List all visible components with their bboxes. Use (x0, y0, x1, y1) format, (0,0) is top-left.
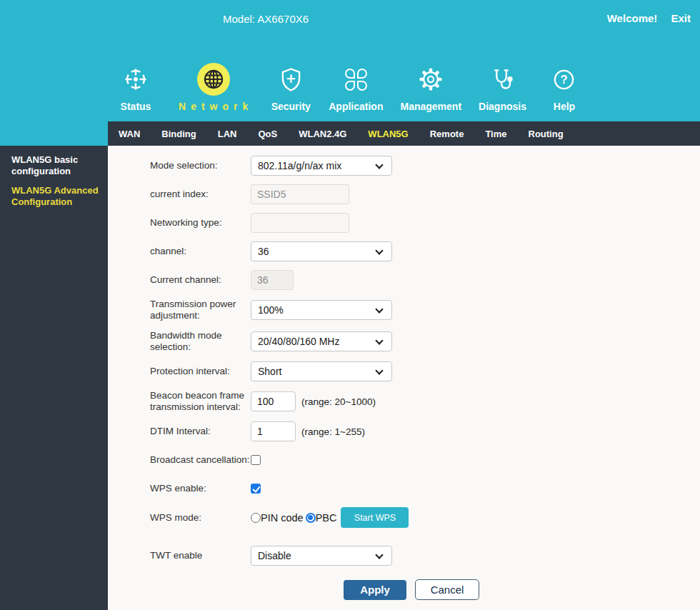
bandwidth-mode-select[interactable]: 20/40/80/160 MHz (251, 331, 392, 351)
current-index-label: current index: (150, 189, 251, 200)
nav-label-application: Application (329, 101, 383, 112)
nav-item-management[interactable]: Management (400, 61, 461, 112)
wlan5g-advanced-form: Mode selection: 802.11a/g/n/ax mix curre… (108, 146, 700, 610)
svg-text:?: ? (561, 73, 568, 86)
row-current-index: current index: (108, 184, 700, 204)
row-beacon-interval: Beacon beacon frame transmission interva… (108, 390, 700, 413)
row-bandwidth-mode: Bandwidth mode selection: 20/40/80/160 M… (108, 330, 700, 353)
row-current-channel: Current channel: (108, 270, 700, 290)
sidebar-item-wlan5g-advanced[interactable]: WLAN5G Advanced Configuration (11, 185, 99, 208)
security-shield-icon (280, 61, 302, 97)
row-wps-mode: WPS mode: PIN code PBC Start WPS (108, 507, 700, 528)
channel-select[interactable]: 36 (251, 241, 392, 261)
diagnosis-stethoscope-icon (490, 61, 515, 97)
wps-pin-code-radio-label[interactable]: PIN code (261, 512, 304, 524)
exit-link[interactable]: Exit (671, 12, 691, 24)
nav-label-management: Management (400, 101, 461, 112)
dtim-interval-label: DTIM Interval: (150, 426, 251, 437)
nav-item-application[interactable]: Application (329, 61, 383, 112)
row-networking-type: Networking type: (108, 213, 700, 233)
networking-type-label: Networking type: (150, 217, 251, 229)
twt-enable-label: TWT enable (150, 550, 251, 561)
row-transmission-power: Transmission power adjustment: 100% (108, 299, 700, 321)
nav-item-diagnosis[interactable]: Diagnosis (479, 61, 526, 112)
transmission-power-label: Transmission power adjustment: (150, 299, 251, 321)
row-dtim-interval: DTIM Interval: (range: 1~255) (108, 421, 700, 441)
wps-mode-label: WPS mode: (150, 512, 251, 524)
current-channel-label: Current channel: (150, 274, 251, 286)
management-gear-icon (419, 61, 443, 97)
row-broadcast-cancellation: Broadcast cancellation: (108, 450, 700, 470)
sidebar-item-wlan5g-basic[interactable]: WLAN5G basic configuration (11, 154, 99, 177)
start-wps-button[interactable]: Start WPS (341, 507, 409, 528)
wps-enable-label: WPS enable: (150, 483, 251, 494)
title-bar: Model: AX6670X6 Welcome! Exit (0, 0, 700, 39)
main-icon-nav: Status Network (0, 61, 700, 112)
row-twt-enable: TWT enable Disable (108, 546, 700, 566)
broadcast-cancellation-checkbox[interactable] (251, 455, 261, 465)
nav-label-security: Security (271, 101, 311, 112)
tab-routing[interactable]: Routing (529, 129, 564, 139)
tab-qos[interactable]: QoS (258, 129, 277, 139)
tab-lan[interactable]: LAN (218, 129, 237, 139)
row-channel: channel: 36 (108, 241, 700, 261)
nav-label-network: Network (174, 101, 253, 112)
network-tab-bar: WAN Binding LAN QoS WLAN2.4G WLAN5G Remo… (108, 121, 700, 146)
channel-label: channel: (150, 246, 251, 257)
wps-enable-checkbox[interactable] (251, 484, 261, 494)
application-clover-icon (345, 61, 367, 97)
networking-type-field (251, 213, 349, 233)
session-area: Welcome! Exit (607, 12, 691, 24)
nav-item-status[interactable]: Status (115, 61, 156, 112)
protection-interval-label: Protection interval: (150, 366, 251, 377)
tab-wlan5g[interactable]: WLAN5G (368, 129, 408, 139)
dtim-interval-range-hint: (range: 1~255) (301, 426, 365, 437)
row-wps-enable: WPS enable: (108, 479, 700, 499)
network-globe-icon (197, 61, 230, 97)
mode-selection-select[interactable]: 802.11a/g/n/ax mix (251, 156, 392, 176)
nav-label-status: Status (121, 101, 151, 112)
dtim-interval-input[interactable] (251, 421, 296, 441)
row-protection-interval: Protection interval: Short (108, 361, 700, 381)
nav-item-network[interactable]: Network (174, 61, 253, 112)
wlan5g-sidebar: WLAN5G basic configuration WLAN5G Advanc… (0, 146, 108, 610)
row-mode-selection: Mode selection: 802.11a/g/n/ax mix (108, 156, 700, 176)
current-index-field (251, 184, 349, 204)
cancel-button[interactable]: Cancel (415, 579, 479, 600)
help-question-icon: ? (552, 61, 576, 97)
nav-item-security[interactable]: Security (270, 61, 311, 112)
wps-pbc-radio[interactable] (306, 513, 316, 523)
wps-pbc-radio-label[interactable]: PBC (316, 512, 337, 524)
apply-button[interactable]: Apply (344, 580, 406, 600)
tab-wlan24g[interactable]: WLAN2.4G (299, 129, 346, 139)
protection-interval-select[interactable]: Short (251, 361, 392, 381)
bandwidth-mode-label: Bandwidth mode selection: (150, 330, 251, 353)
tab-wan[interactable]: WAN (119, 129, 140, 139)
beacon-interval-label: Beacon beacon frame transmission interva… (150, 390, 251, 413)
transmission-power-select[interactable]: 100% (251, 300, 392, 320)
router-admin-page: Model: AX6670X6 Welcome! Exit (0, 0, 700, 610)
current-channel-field (251, 270, 294, 290)
twt-enable-select[interactable]: Disable (251, 546, 392, 566)
status-target-icon (124, 61, 148, 97)
beacon-interval-input[interactable] (251, 391, 296, 411)
model-title: Model: AX6670X6 (223, 13, 309, 25)
form-actions: Apply Cancel (108, 579, 700, 600)
broadcast-cancellation-label: Broadcast cancellation: (150, 454, 251, 466)
nav-label-diagnosis: Diagnosis (479, 101, 526, 112)
nav-item-help[interactable]: ? Help (544, 61, 585, 112)
beacon-interval-range-hint: (range: 20~1000) (301, 396, 376, 407)
tab-remote[interactable]: Remote (430, 129, 464, 139)
tab-binding[interactable]: Binding (161, 129, 196, 139)
tab-time[interactable]: Time (485, 129, 506, 139)
nav-label-help: Help (554, 101, 575, 112)
welcome-text: Welcome! (607, 12, 658, 24)
wps-pin-code-radio[interactable] (251, 513, 261, 523)
mode-selection-label: Mode selection: (150, 160, 251, 171)
